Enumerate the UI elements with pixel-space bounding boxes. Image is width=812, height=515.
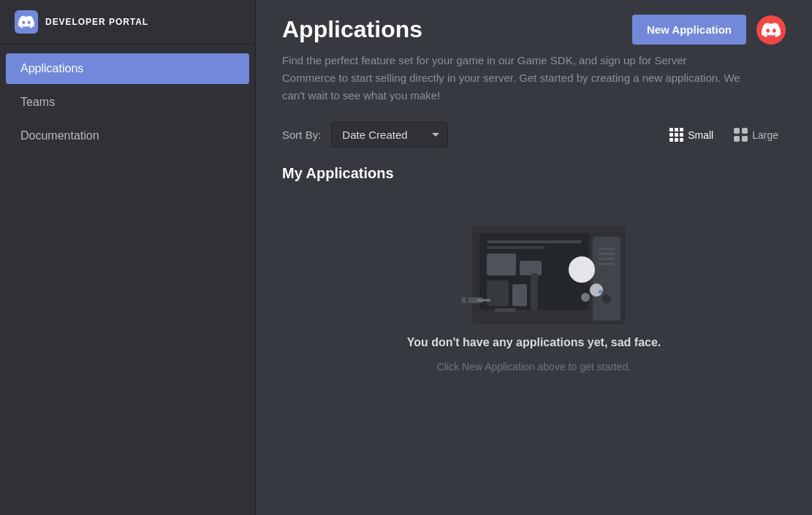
- sidebar-item-documentation[interactable]: Documentation: [6, 121, 249, 151]
- my-applications-section-title: My Applications: [256, 165, 812, 197]
- grid-small-icon: [669, 128, 683, 142]
- sidebar-header: DEVELOPER PORTAL: [0, 0, 255, 45]
- sidebar-nav: Applications Teams Documentation: [0, 45, 255, 160]
- svg-rect-5: [487, 253, 516, 275]
- user-avatar[interactable]: [756, 15, 786, 45]
- sort-label: Sort By:: [282, 129, 321, 141]
- svg-rect-3: [487, 240, 582, 243]
- main-content: Applications New Application Find the pe…: [256, 0, 812, 515]
- discord-logo-icon: [15, 10, 38, 34]
- main-header: Applications New Application: [256, 0, 812, 52]
- svg-point-17: [602, 294, 611, 303]
- svg-point-12: [581, 293, 590, 302]
- sort-select[interactable]: Date Created Name: [331, 122, 448, 148]
- sidebar-item-teams[interactable]: Teams: [6, 87, 249, 118]
- svg-rect-16: [599, 263, 615, 265]
- svg-rect-13: [599, 248, 615, 250]
- svg-rect-15: [599, 258, 615, 260]
- page-title: Applications: [282, 16, 422, 43]
- svg-rect-14: [599, 253, 615, 255]
- view-toggle: Small Large: [662, 123, 786, 146]
- empty-illustration: [439, 211, 629, 324]
- svg-rect-7: [487, 281, 509, 306]
- grid-large-icon: [734, 128, 748, 142]
- header-actions: New Application: [632, 15, 786, 45]
- sort-left: Sort By: Date Created Name: [282, 122, 448, 148]
- view-small-button[interactable]: Small: [662, 123, 721, 146]
- page-description: Find the perfect feature set for your ga…: [256, 52, 767, 122]
- portal-label: DEVELOPER PORTAL: [45, 17, 148, 27]
- empty-sub-text: Click New Application above to get start…: [437, 361, 631, 373]
- svg-rect-21: [494, 308, 516, 312]
- new-application-button[interactable]: New Application: [632, 15, 746, 45]
- empty-main-text: You don't have any applications yet, sad…: [407, 336, 661, 349]
- svg-rect-9: [531, 273, 538, 310]
- empty-state: You don't have any applications yet, sad…: [256, 197, 812, 402]
- svg-rect-4: [487, 246, 545, 249]
- sidebar-item-applications[interactable]: Applications: [6, 53, 249, 84]
- view-large-button[interactable]: Large: [726, 123, 786, 146]
- sort-bar: Sort By: Date Created Name Small: [256, 122, 812, 165]
- svg-rect-6: [520, 261, 542, 275]
- svg-rect-8: [512, 284, 527, 306]
- svg-point-22: [463, 289, 471, 297]
- svg-point-10: [569, 256, 595, 283]
- sidebar: DEVELOPER PORTAL Applications Teams Docu…: [0, 0, 256, 515]
- svg-rect-18: [599, 290, 602, 294]
